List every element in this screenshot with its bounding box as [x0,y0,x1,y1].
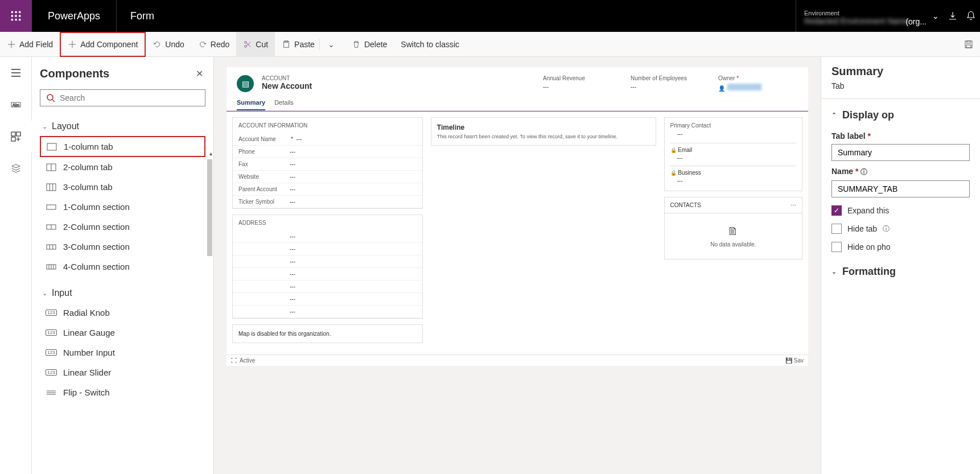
field-row[interactable]: Ticker Symbol--- [233,196,422,208]
chevron-up-icon: ⌃ [831,112,837,119]
field-row[interactable]: Account Name* --- [233,133,422,146]
fields-rail-button[interactable]: Abc [0,89,32,121]
trash-icon [352,40,361,49]
account-info-section[interactable]: ACCOUNT INFORMATION Account Name* --- Ph… [232,117,423,209]
redo-label: Redo [211,40,229,49]
more-icon[interactable]: ⋯ [790,202,796,208]
required-indicator: * [291,136,293,142]
checkbox-icon [831,242,842,252]
component-3-column-section[interactable]: 3-Column section [40,237,205,257]
component-3-column-tab[interactable]: 3-column tab [40,177,205,197]
chevron-down-icon[interactable]: ⌄ [324,40,338,49]
entity-overline: ACCOUNT [262,75,312,81]
form-preview[interactable]: ▤ ACCOUNT New Account Annual Revenue ---… [227,67,808,366]
field-row[interactable]: --- [233,230,422,243]
save-button[interactable] [957,32,980,57]
component-4-column-section[interactable]: 4-Column section [40,257,205,277]
download-button[interactable] [944,0,962,32]
lock-icon: 🔒 [670,170,677,176]
add-field-button[interactable]: Add Field [0,32,60,57]
timeline-section[interactable]: Timeline This record hasn't been created… [431,117,656,146]
required-indicator: * [736,75,739,81]
app-launcher-button[interactable] [0,0,32,32]
field-label: Fax [238,161,290,167]
field-value: --- [290,161,295,167]
field-row[interactable]: --- [233,255,422,268]
contacts-section[interactable]: CONTACTS ⋯ 🗎 No data available. [664,197,803,259]
scroll-up-icon: ▴ [209,150,212,156]
cut-button[interactable]: Cut [236,32,275,57]
svg-point-9 [245,41,247,43]
map-section[interactable]: Map is disabled for this organization. [232,324,423,343]
component-2-column-section[interactable]: 2-Column section [40,217,205,237]
layout-group-header[interactable]: ⌄ Layout [40,117,205,136]
delete-button[interactable]: Delete [345,32,394,57]
svg-rect-14 [967,41,970,43]
field-row[interactable]: --- [233,243,422,255]
field-row[interactable]: --- [233,306,422,318]
display-options-header[interactable]: ⌃ Display op [831,105,970,126]
component-1-column-section[interactable]: 1-Column section [40,197,205,217]
undo-button[interactable]: Undo [146,32,191,57]
paste-button[interactable]: Paste ⌄ [275,32,345,57]
switch-to-classic-button[interactable]: Switch to classic [394,32,466,57]
input-badge-icon: 123 [46,369,56,376]
right-panel-subtitle: Tab [831,81,970,90]
search-field[interactable] [60,93,199,102]
environment-picker[interactable]: Environment Redacted Environment Name (o… [796,0,944,32]
component-linear-slider[interactable]: 123 Linear Slider [40,362,205,382]
field-row[interactable]: Website--- [233,171,422,183]
record-title: New Account [262,81,312,90]
save-footer-icon[interactable]: 💾 [785,357,792,364]
name-input[interactable] [831,180,970,197]
component-1-column-tab[interactable]: 1-column tab [40,136,205,157]
download-icon [948,11,958,21]
tab-1col-icon [47,143,57,151]
address-section[interactable]: ADDRESS --- --- --- --- --- --- --- [232,215,423,319]
field-value: --- [290,186,295,192]
field-icon: Abc [11,101,21,109]
components-search-input[interactable] [40,89,205,106]
input-group-header[interactable]: ⌄ Input [40,283,205,303]
field-row[interactable]: Parent Account--- [233,183,422,196]
scrollbar-thumb[interactable] [207,159,212,256]
field-value: --- [290,271,295,277]
form-tab-details[interactable]: Details [274,99,294,110]
primary-contact-section[interactable]: Primary Contact --- 🔒 Email --- 🔒 Busine… [664,117,803,191]
expand-icon[interactable]: ⛶ [231,357,237,364]
redo-button[interactable]: Redo [191,32,236,57]
page-name: Form [117,10,168,22]
layout-group-label: Layout [52,121,79,131]
business-label: Business [678,170,701,176]
input-badge-icon: 123 [46,349,56,356]
component-item-label: 2-Column section [63,222,130,232]
layers-rail-button[interactable] [0,152,32,184]
tab-label-input[interactable] [831,144,970,161]
component-2-column-tab[interactable]: 2-column tab [40,157,205,177]
close-panel-button[interactable]: ✕ [193,66,205,81]
field-row[interactable]: --- [233,293,422,306]
form-tab-summary[interactable]: Summary [237,99,265,110]
section-2col-icon [46,223,56,231]
field-row[interactable]: Phone--- [233,146,422,158]
plus-icon [68,40,77,49]
section-title: ACCOUNT INFORMATION [233,118,422,133]
hamburger-button[interactable] [0,57,32,89]
add-component-button[interactable]: Add Component [60,32,146,57]
component-flip-switch[interactable]: Flip - Switch [40,382,205,402]
formatting-header[interactable]: ⌄ Formatting [831,261,970,282]
component-radial-knob[interactable]: 123 Radial Knob [40,303,205,323]
hide-tab-checkbox[interactable]: Hide tab ⓘ [831,224,970,234]
field-value: --- [290,199,295,205]
hide-on-phone-checkbox[interactable]: Hide on pho [831,242,970,252]
expand-first-checkbox[interactable]: ✓ Expand this [831,205,970,216]
field-row[interactable]: --- [233,281,422,293]
components-rail-button[interactable] [0,121,32,152]
notifications-button[interactable] [962,0,980,32]
chevron-down-icon: ⌄ [42,123,47,130]
svg-point-10 [245,45,247,47]
component-number-input[interactable]: 123 Number Input [40,343,205,362]
field-row[interactable]: Fax--- [233,158,422,171]
component-linear-gauge[interactable]: 123 Linear Gauge [40,323,205,343]
field-row[interactable]: --- [233,268,422,281]
